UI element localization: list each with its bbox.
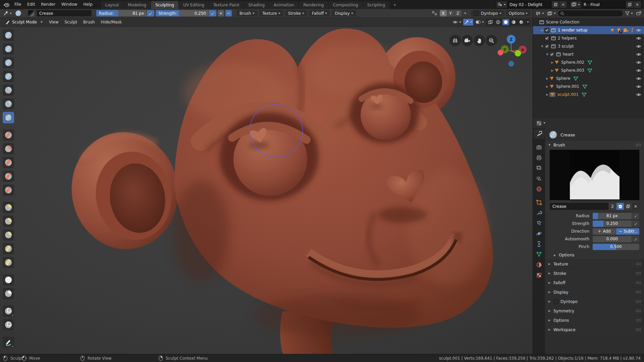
tool-thumb[interactable] — [3, 229, 14, 241]
tool-mask[interactable] — [3, 288, 14, 299]
fake-user-shield-button[interactable] — [616, 203, 624, 210]
outliner-row-sphere-002[interactable]: ▶Sphere.002 — [533, 58, 644, 66]
options-popover[interactable]: Options — [506, 10, 531, 16]
workspace-tab-layout[interactable]: Layout — [101, 1, 123, 9]
tool-blob[interactable] — [3, 98, 14, 110]
panel-grip[interactable] — [636, 143, 641, 146]
workspace-tab-animation[interactable]: Animation — [269, 1, 299, 9]
outliner-search-input[interactable] — [558, 10, 623, 16]
shading-solid-button[interactable] — [502, 19, 509, 25]
properties-tab-world[interactable] — [534, 184, 545, 194]
unlink-datablock-button[interactable]: ✕ — [632, 203, 639, 210]
properties-tab-constraints[interactable] — [534, 239, 545, 249]
shading-rendered-button[interactable] — [518, 19, 525, 25]
tool-scrape[interactable] — [3, 171, 14, 182]
viewport-menu-sculpt[interactable]: Sculpt — [61, 20, 80, 24]
popover-brush[interactable]: Brush — [236, 10, 258, 16]
eye-icon[interactable] — [636, 68, 641, 73]
expander-icon[interactable]: ▶ — [550, 69, 554, 72]
panel-falloff[interactable]: ▶Falloff — [545, 278, 644, 287]
viewport-menu-brush[interactable]: Brush — [80, 20, 98, 24]
properties-tab-material[interactable] — [534, 260, 545, 269]
symmetry-x-button[interactable]: X — [440, 10, 447, 16]
properties-tab-particles[interactable] — [534, 218, 545, 228]
props-strength-pressure-button[interactable] — [632, 221, 639, 227]
texture-thumbnail[interactable] — [27, 10, 35, 16]
dyntopo-panel-checkbox[interactable] — [553, 299, 558, 304]
properties-tab-output[interactable] — [534, 153, 545, 163]
properties-tab-render[interactable] — [534, 142, 545, 152]
direction-add-button[interactable]: +Add — [593, 228, 616, 235]
expander-icon[interactable]: ▶ — [545, 85, 549, 88]
xray-toggle[interactable] — [487, 19, 494, 25]
popover-stroke[interactable]: Stroke — [285, 10, 307, 16]
symmetry-y-button[interactable]: Y — [447, 10, 454, 16]
tool-clay[interactable] — [3, 43, 14, 55]
menu-render[interactable]: Render — [38, 0, 58, 9]
brush-name-field[interactable]: Crease — [37, 10, 92, 16]
panel-workspace[interactable]: ▶Workspace — [545, 325, 644, 334]
outliner-row-3-sculpt[interactable]: ▼3 sculpt — [533, 42, 644, 50]
scene-icon[interactable] — [496, 1, 507, 8]
menu-file[interactable]: File — [11, 0, 24, 9]
outliner-editor-type-button[interactable] — [535, 11, 545, 16]
workspace-tab-compositing[interactable]: Compositing — [328, 1, 362, 9]
panel-symmetry[interactable]: ▶Symmetry — [545, 306, 644, 315]
popover-falloff[interactable]: Falloff — [309, 10, 330, 16]
eye-icon[interactable] — [636, 28, 641, 33]
tool-clay-strips[interactable] — [3, 57, 14, 68]
properties-tab-view-layer[interactable] — [534, 163, 545, 173]
eye-icon[interactable] — [636, 36, 641, 41]
tool-simplify[interactable] — [3, 274, 14, 286]
eye-icon[interactable] — [636, 76, 641, 81]
panel-grip[interactable] — [636, 281, 641, 284]
outliner-row-sphere-001[interactable]: ▶Sphere.001 — [533, 82, 644, 90]
props-radius-pressure-button[interactable] — [632, 213, 639, 219]
panel-dyntopo[interactable]: ▶Dyntopo — [545, 297, 644, 306]
panel-grip[interactable] — [636, 291, 641, 294]
tool-flatten[interactable] — [3, 143, 14, 155]
dyntopo-popover[interactable]: Dyntopo — [471, 10, 504, 16]
scene-copy-button[interactable] — [551, 1, 559, 8]
properties-tab-texture[interactable] — [534, 270, 545, 280]
dyntopo-checkbox[interactable] — [474, 11, 479, 16]
tool-annotate[interactable] — [3, 337, 14, 348]
props-strength-slider[interactable]: 0.250 — [593, 221, 632, 227]
panel-options[interactable]: ▶Options — [545, 315, 644, 325]
outliner-row-sphere-003[interactable]: ▶Sphere.003 — [533, 66, 644, 74]
expander-icon[interactable]: ▶ — [550, 61, 554, 64]
blender-logo[interactable] — [3, 2, 10, 8]
tool-rotate[interactable] — [3, 257, 14, 268]
strength-slider[interactable]: Strength:0.250 — [156, 10, 209, 16]
tool-draw[interactable] — [3, 29, 14, 41]
direction-subtract-toggle[interactable]: − — [225, 10, 232, 16]
visibility-popover[interactable] — [451, 19, 462, 25]
brush-users-count[interactable]: 2 — [609, 203, 616, 210]
panel-display[interactable]: ▶Display — [545, 287, 644, 297]
toggle-perspective-button[interactable] — [449, 35, 461, 46]
menu-edit[interactable]: Edit — [24, 0, 38, 9]
brush-preview-icon[interactable] — [14, 10, 22, 16]
panel-grip[interactable] — [636, 328, 641, 331]
eye-icon[interactable] — [636, 93, 641, 97]
outliner-row-heart[interactable]: ▼heart — [533, 50, 644, 58]
tool-inflate[interactable] — [3, 84, 14, 96]
new-collection-button[interactable] — [635, 11, 642, 16]
eye-icon[interactable] — [636, 84, 641, 89]
view-layer-delete-button[interactable]: ✕ — [633, 1, 641, 8]
props-autosmooth-slider[interactable]: 0.000 — [593, 236, 632, 242]
menu-window[interactable]: Window — [58, 0, 80, 9]
outliner-display-mode-button[interactable] — [546, 11, 557, 16]
panel-stroke[interactable]: ▶Stroke — [545, 268, 644, 278]
props-radius-slider[interactable]: 81 px — [593, 213, 632, 219]
props-autosmooth-pressure-button[interactable] — [632, 236, 639, 242]
brush-datablock-name[interactable]: Crease — [550, 203, 608, 210]
shading-wireframe-button[interactable] — [495, 19, 501, 25]
overlays-toggle[interactable] — [474, 19, 485, 25]
panel-grip[interactable] — [636, 300, 641, 303]
direction-subtract-button[interactable]: −Subtr.. — [616, 228, 639, 235]
gizmos-toggle[interactable] — [463, 19, 473, 25]
viewport-menu-view[interactable]: View — [46, 20, 61, 24]
outliner-filter-button[interactable] — [624, 11, 634, 15]
properties-editor-type-button[interactable] — [536, 121, 546, 125]
